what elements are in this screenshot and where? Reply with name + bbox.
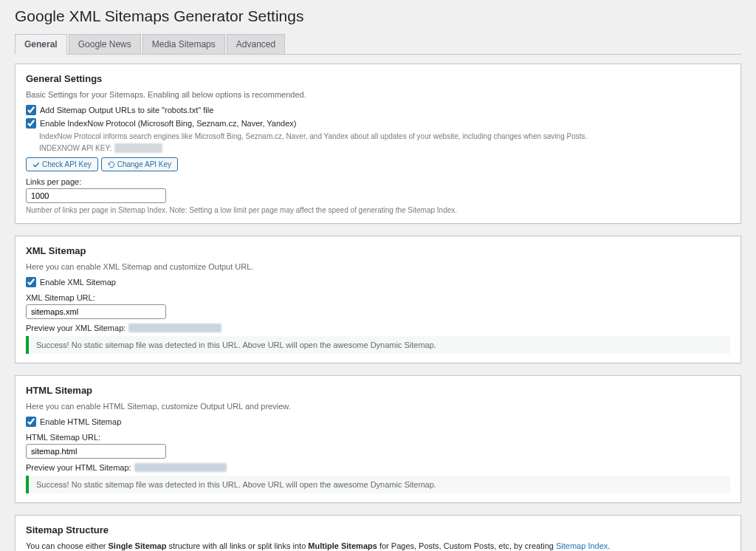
structure-heading: Sitemap Structure (26, 524, 730, 535)
panel-structure: Sitemap Structure You can choose either … (15, 515, 741, 551)
html-url-label: HTML Sitemap URL: (26, 433, 730, 442)
indexnow-desc: IndexNow Protocol informs search engines… (39, 131, 730, 142)
html-preview-label: Preview your HTML Sitemap: (26, 463, 131, 472)
html-heading: HTML Sitemap (26, 385, 730, 396)
panel-html: HTML Sitemap Here you can enable HTML Si… (15, 375, 741, 503)
links-per-page-label: Links per page: (26, 177, 730, 186)
html-desc: Here you can enable HTML Sitemap, custom… (26, 402, 730, 411)
tabs-nav: General Google News Media Sitemaps Advan… (15, 34, 741, 55)
cb-robots-label: Add Sitemap Output URLs to site "robots.… (40, 106, 213, 114)
tab-google-news[interactable]: Google News (69, 34, 141, 54)
panel-general: General Settings Basic Settings for your… (15, 64, 741, 224)
tab-advanced[interactable]: Advanced (227, 34, 285, 54)
cb-indexnow[interactable] (26, 118, 36, 129)
cb-enable-html-label: Enable HTML Sitemap (40, 417, 121, 426)
cb-enable-html[interactable] (26, 417, 36, 427)
check-icon (32, 161, 40, 168)
tab-general[interactable]: General (15, 34, 67, 55)
page-title: Google XML Sitemaps Generator Settings (15, 7, 741, 25)
xml-preview-link[interactable]: x (128, 324, 221, 332)
cb-enable-xml[interactable] (26, 277, 36, 287)
sitemap-index-link[interactable]: Sitemap Index (556, 541, 608, 550)
xml-url-input[interactable] (26, 304, 166, 319)
cb-enable-xml-label: Enable XML Sitemap (40, 278, 116, 287)
xml-heading: XML Sitemap (26, 245, 730, 256)
general-desc: Basic Settings for your Sitemaps. Enabli… (26, 90, 730, 99)
apikey-label: INDEXNOW API KEY: (39, 144, 111, 152)
structure-text: You can choose either Single Sitemap str… (26, 541, 730, 550)
html-preview-link[interactable]: x (134, 463, 227, 472)
html-url-input[interactable] (26, 444, 166, 459)
links-help: Number of links per page in Sitemap Inde… (26, 206, 730, 214)
change-api-key-button[interactable]: Change API Key (101, 157, 178, 171)
xml-desc: Here you can enable XML Sitemap and cust… (26, 262, 730, 271)
tab-media-sitemaps[interactable]: Media Sitemaps (142, 34, 225, 54)
html-success-notice: Success! No static sitemap file was dete… (26, 476, 730, 493)
xml-success-notice: Success! No static sitemap file was dete… (26, 336, 730, 354)
cb-robots[interactable] (26, 105, 36, 115)
links-per-page-input[interactable] (26, 188, 166, 203)
xml-preview-label: Preview your XML Sitemap: (26, 324, 126, 332)
apikey-value: x (114, 143, 162, 153)
check-api-key-button[interactable]: Check API Key (26, 157, 98, 171)
panel-xml: XML Sitemap Here you can enable XML Site… (15, 236, 741, 363)
xml-url-label: XML Sitemap URL: (26, 293, 730, 302)
refresh-icon (108, 161, 115, 168)
cb-indexnow-label: Enable IndexNow Protocol (Microsoft Bing… (40, 119, 296, 128)
general-heading: General Settings (26, 73, 730, 84)
